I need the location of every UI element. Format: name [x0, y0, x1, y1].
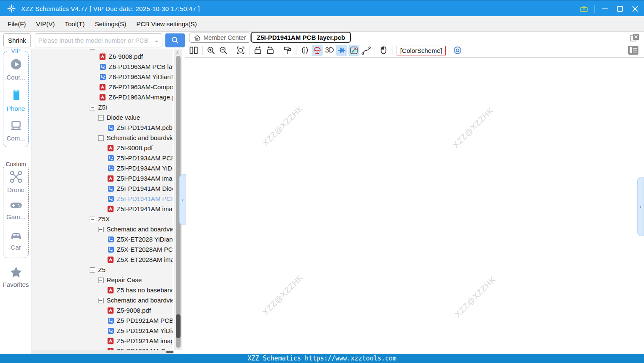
member-center-button[interactable]: Member Center	[189, 33, 251, 43]
tree-file-label: Z5-PD1921AM image.pdf	[117, 337, 173, 344]
3d-view-button[interactable]: 3D	[324, 47, 335, 54]
tree-group-label: Schematic and boardview	[107, 134, 173, 141]
tree-group-diode-value[interactable]: Diode value	[32, 113, 173, 123]
tree-file-z5-has-no-baseband-pdf[interactable]: Z5 has no baseband.pdf	[32, 286, 173, 296]
tree-file-z5x-et2028am-pcb-layer-pcb[interactable]: Z5X-ET2028AM PCB layer.pcb	[32, 245, 173, 255]
tree-file-label: Z6-PD1963AM PCB layer.pcb	[109, 63, 173, 70]
tree-file-z5-pd1921am-yidiantong-old[interactable]: Z5-PD1921AM YiDianTong(OLD	[32, 326, 173, 336]
toolbar-separator	[202, 46, 203, 55]
tree-file-z5x-et2028-yidiantong-old-p[interactable]: Z5X-ET2028 YiDianTong(OLD).p	[32, 235, 173, 245]
search-button[interactable]	[165, 33, 185, 47]
tree-file-z6-pd1963am-image-pdf[interactable]: Z6-PD1963AM-image.pdf	[32, 93, 173, 103]
tree-group-z5[interactable]: Z5	[32, 265, 173, 275]
collapse-icon[interactable]	[90, 105, 95, 110]
close-document-icon[interactable]	[630, 33, 639, 44]
close-button[interactable]	[629, 3, 641, 15]
tree-group-repair-case[interactable]: Repair Case	[32, 275, 173, 286]
sidebar-item-favorites[interactable]: Favorites	[0, 266, 32, 288]
sidebar-item-gam[interactable]: Gam...	[0, 200, 32, 220]
tree-file-z5-pd1921am-component-exp[interactable]: Z5-PD1921AM-Component exp	[32, 346, 173, 350]
collapse-right-panel-handle[interactable]: ‹	[637, 177, 644, 236]
maximize-button[interactable]	[614, 3, 626, 15]
tree-file-z6-pd1963am-pcb-layer-pcb[interactable]: Z6-PD1963AM PCB layer.pcb	[32, 62, 173, 72]
tree-file-z5i-pd1934am-image-pdf[interactable]: Z5I-PD1934AM image.pdf	[32, 174, 173, 184]
tree-file-z5i-pd1934am-yidiantong-pcb[interactable]: Z5I-PD1934AM YiDianTong.pcb	[32, 164, 173, 174]
sidebar-item-com[interactable]: Com...	[0, 119, 32, 142]
collapse-left-panel-handle[interactable]: ‹	[179, 174, 186, 225]
curve-tool-button[interactable]	[361, 45, 372, 56]
menu-item-tool[interactable]: Tool(T)	[65, 20, 85, 28]
tree-file-z6-pd1963am-component-explai[interactable]: Z6-PD1963AM-Component explai	[32, 82, 173, 93]
sidebar-item-phone[interactable]: Phone	[0, 88, 32, 112]
tree-file-z6-9008-pdf[interactable]: Z6-9008.pdf	[32, 52, 173, 62]
collapse-icon[interactable]	[98, 298, 104, 303]
tree-group-schematic-and-boardview[interactable]: Schematic and boardview	[32, 133, 173, 143]
mouse-settings-button[interactable]	[378, 45, 389, 56]
tree-horizontal-scrollbar[interactable]	[32, 350, 174, 354]
measure-button[interactable]	[348, 45, 359, 56]
tree-file-z5i-pd1941am-image-pdf[interactable]: Z5I-PD1941AM image.pdf	[32, 204, 173, 214]
collapse-icon[interactable]	[90, 267, 95, 273]
tree-file-z5-9008-pdf[interactable]: Z5-9008.pdf	[32, 306, 173, 316]
tree-file-z5-pd1921am-pcb-layer-pcb[interactable]: Z5-PD1921AM PCB layer.pcb	[32, 316, 173, 326]
sidebar-item-car[interactable]: Car	[0, 229, 32, 251]
tree-group-z5x[interactable]: Z5X	[32, 214, 173, 225]
document-tab[interactable]: Z5I-PD1941AM PCB layer.pcb	[251, 32, 351, 43]
rotate-left-button[interactable]	[252, 45, 263, 56]
collapse-icon[interactable]	[90, 49, 95, 50]
license-icon[interactable]	[578, 3, 590, 15]
pcb-canvas[interactable]: XZZ@XZZHKXZZ@XZZHKXZZ@XZZHKXZZ@XZZHK	[185, 58, 644, 354]
sidebar-item-drone[interactable]: Drone	[0, 170, 32, 193]
pcb-file-icon	[107, 236, 114, 245]
collapse-icon[interactable]	[98, 115, 104, 121]
tree-file-z5i-9008-pdf[interactable]: Z5I-9008.pdf	[32, 143, 173, 154]
tree-file-z5i-pd1941am-pcb-layer-pcb[interactable]: Z5I-PD1941AM PCB layer.pcb	[32, 194, 173, 204]
zoom-out-button[interactable]	[218, 45, 229, 56]
collapse-icon[interactable]	[90, 217, 95, 222]
split-view-button[interactable]	[188, 45, 199, 56]
tree-group-z5i[interactable]: Z5i	[32, 103, 173, 113]
menu-item-file[interactable]: File(F)	[8, 20, 26, 28]
chevron-down-icon[interactable]: ⌄	[153, 37, 159, 43]
layer-list-panel-button[interactable]	[628, 45, 639, 57]
tree-group-schematic-and-boardview[interactable]: Schematic and boardview	[32, 296, 173, 306]
scrollbar-thumb[interactable]	[176, 314, 181, 338]
diode-button[interactable]	[336, 45, 347, 56]
rotate-right-button[interactable]	[265, 45, 276, 56]
color-scheme-button[interactable]: [ColorScheme]	[397, 46, 445, 55]
tree-file-z5-pd1921am-image-pdf[interactable]: Z5-PD1921AM image.pdf	[32, 336, 173, 346]
sidebar-item-cour[interactable]: Cour...	[0, 58, 32, 81]
toolbar-separator	[249, 46, 249, 55]
menu-item-vip[interactable]: VIP(V)	[36, 20, 55, 28]
collapse-icon[interactable]	[98, 278, 104, 283]
search-icon	[170, 36, 180, 45]
tree-file-z5i-pd1941am-pcb[interactable]: Z5I-PD1941AM.pcb	[32, 123, 173, 133]
scroll-up-icon[interactable]: ∧	[176, 50, 179, 55]
tree-file-z5i-pd1941am-diode-value-pcb[interactable]: Z5I-PD1941AM Diode value.pcb	[32, 184, 173, 194]
tree-file-label: Z6-9008.pdf	[109, 53, 143, 60]
collapse-icon[interactable]	[98, 227, 104, 232]
shrink-button[interactable]: Shrink	[3, 33, 31, 47]
tree-group-label: Z5X	[98, 215, 110, 223]
fit-view-button[interactable]	[235, 45, 246, 56]
menu-item-settings[interactable]: Settings(S)	[95, 20, 126, 28]
tree-file-z5i-pd1934am-pcb-layer-pcb[interactable]: Z5I-PD1934AM PCB layer.pcb	[32, 154, 173, 164]
menu-item-pcb-view-settings[interactable]: PCB View settings(S)	[136, 20, 197, 28]
search-row: Shrink Please input the model number or …	[0, 32, 185, 49]
tree-group-schematic-and-boardview[interactable]: Schematic and boardview	[32, 225, 173, 235]
paint-roller-button[interactable]	[282, 45, 293, 56]
search-input[interactable]: Please input the model number or PCB ⌄	[35, 33, 163, 47]
tree-file-label: Z5I-PD1934AM image.pdf	[117, 175, 173, 182]
hscrollbar-thumb[interactable]	[166, 351, 173, 353]
course-icon	[0, 58, 32, 73]
tree-file-z5x-et2028am-image-pdf[interactable]: Z5X-ET2028AM image.pdf	[32, 255, 173, 265]
target-circles-button[interactable]	[452, 45, 463, 56]
pdf-file-icon	[107, 338, 114, 346]
mirror-button[interactable]	[299, 45, 310, 56]
tree-group-schematic-and-boardview[interactable]: Schematic and boardview	[32, 49, 173, 52]
tree-file-z6-pd1963am-yidiantong-pcb[interactable]: Z6-PD1963AM YiDianTong.pcb	[32, 72, 173, 82]
minimize-button[interactable]	[598, 3, 611, 15]
zoom-in-button[interactable]	[206, 45, 216, 56]
collapse-icon[interactable]	[98, 135, 104, 141]
lamp-highlight-button[interactable]	[312, 45, 323, 56]
